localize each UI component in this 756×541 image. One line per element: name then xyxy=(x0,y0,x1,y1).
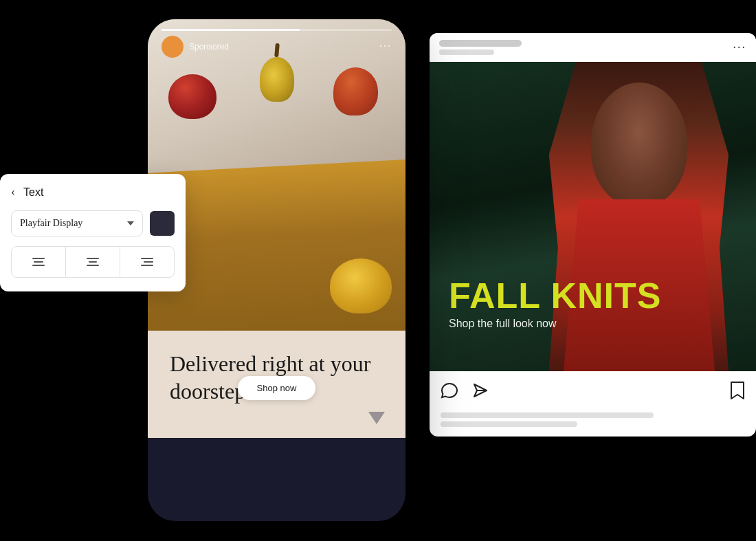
story-avatar xyxy=(162,36,184,58)
align-center-button[interactable] xyxy=(66,247,120,277)
story-progress-bar xyxy=(162,29,392,31)
ig-topbar: ··· xyxy=(430,33,756,62)
send-icon[interactable] xyxy=(472,382,489,401)
apple-red xyxy=(168,74,216,119)
text-panel: ‹ Text Playfair Display xyxy=(0,174,186,291)
ig-image: FALL KNITS Shop the full look now xyxy=(430,62,756,371)
align-right-button[interactable] xyxy=(120,247,174,277)
triangle-icon xyxy=(368,412,385,424)
story-avatar-row: Sponsored xyxy=(162,36,229,58)
scene: Sponsored ··· xyxy=(0,0,756,541)
pear-body xyxy=(260,57,294,102)
ig-subtitle-text: Shop the full look now xyxy=(449,318,737,330)
align-right-icon xyxy=(141,258,153,266)
back-button[interactable]: ‹ xyxy=(11,185,15,199)
ig-footer-lines xyxy=(430,412,756,437)
ig-photo-background: FALL KNITS Shop the full look now xyxy=(430,62,756,371)
phone-mockup: Sponsored ··· xyxy=(148,19,405,521)
align-left-icon xyxy=(32,258,45,266)
ig-dots-icon[interactable]: ··· xyxy=(733,41,747,55)
chevron-down-icon xyxy=(127,221,134,225)
ig-fall-knits-text: FALL KNITS xyxy=(449,278,737,313)
bookmark-icon[interactable] xyxy=(730,381,745,403)
font-selector[interactable]: Playfair Display xyxy=(11,210,143,236)
ig-sub-bar xyxy=(439,49,494,55)
phone-image-area xyxy=(148,19,405,331)
panel-title: Text xyxy=(23,186,43,199)
align-left-button[interactable] xyxy=(12,247,66,277)
panel-header: ‹ Text xyxy=(11,185,175,199)
phone-text-area: Delivered right at your doorstep. Shop n… xyxy=(148,331,405,438)
ig-actions-left xyxy=(441,382,489,401)
fruit-background xyxy=(148,19,405,331)
story-dots-icon[interactable]: ··· xyxy=(379,41,392,53)
apple-yellow xyxy=(330,258,392,313)
comment-icon[interactable] xyxy=(441,382,458,401)
ig-footer-line-1 xyxy=(441,412,654,418)
color-swatch[interactable] xyxy=(150,211,175,236)
story-sponsored-label: Sponsored xyxy=(189,42,229,52)
alignment-row xyxy=(11,246,175,278)
ig-profile-row xyxy=(439,40,522,55)
font-row: Playfair Display xyxy=(11,210,175,236)
ig-text-overlay: FALL KNITS Shop the full look now xyxy=(449,278,737,330)
woman-face xyxy=(591,82,687,206)
align-center-icon xyxy=(87,258,99,266)
ig-bottombar xyxy=(430,371,756,412)
fruit-mid xyxy=(333,67,378,115)
phone-cta-button[interactable]: Shop now xyxy=(238,376,316,400)
instagram-post: ··· FALL KNITS Shop the full look now xyxy=(430,33,756,437)
story-topbar: Sponsored ··· xyxy=(162,36,392,58)
story-progress-fill xyxy=(162,29,300,31)
font-name-label: Playfair Display xyxy=(20,218,82,229)
ig-username-bar xyxy=(439,40,522,47)
ig-footer-line-2 xyxy=(441,421,577,427)
